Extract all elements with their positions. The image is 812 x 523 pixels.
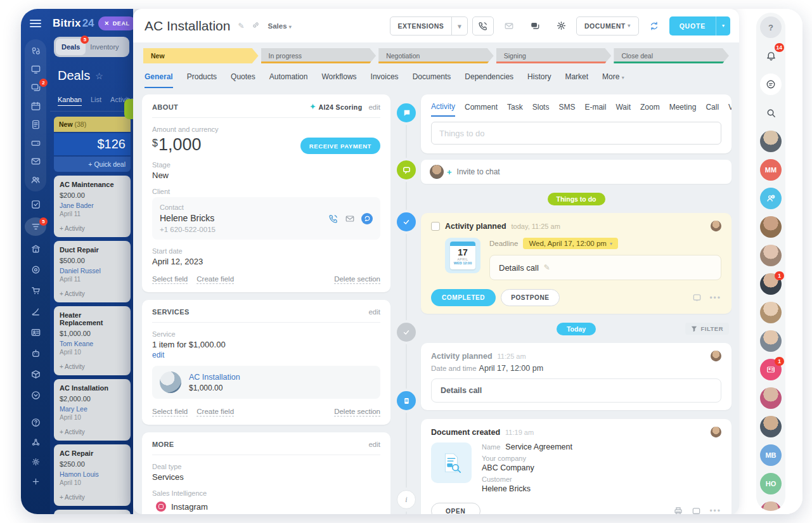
deal-card-add-activity[interactable]: + Activity bbox=[60, 429, 125, 436]
edit-title-icon[interactable]: ✎ bbox=[238, 22, 244, 30]
settings-gear-icon[interactable] bbox=[25, 453, 46, 471]
menu-icon[interactable] bbox=[30, 18, 41, 29]
product-row[interactable]: AC Installation $1,000.00 bbox=[152, 366, 380, 399]
contact-card-icon[interactable] bbox=[25, 323, 46, 342]
extensions-button[interactable]: EXTENSIONS ▾ bbox=[390, 16, 468, 36]
email-button[interactable] bbox=[498, 16, 520, 36]
ai24-scoring-button[interactable]: ✦AI24 Scoring bbox=[310, 103, 363, 111]
doc-name-value[interactable]: Service Agreement bbox=[505, 442, 572, 451]
client-contact-card[interactable]: Contact Helene Bricks +1 620-522-0015 bbox=[152, 197, 380, 240]
chat-button[interactable] bbox=[524, 16, 546, 36]
messenger-icon[interactable]: 2 bbox=[25, 79, 46, 97]
tab-history[interactable]: History bbox=[527, 72, 551, 88]
avatar[interactable] bbox=[711, 427, 721, 437]
tab-slots[interactable]: Slots bbox=[532, 103, 550, 116]
desktop-icon[interactable] bbox=[25, 60, 46, 79]
calendar-icon[interactable] bbox=[25, 97, 46, 115]
avatar[interactable] bbox=[760, 302, 782, 323]
sales-intel-value[interactable]: Instagram bbox=[152, 499, 380, 514]
drive-icon[interactable] bbox=[25, 134, 46, 152]
stage-signing[interactable]: Signing bbox=[496, 48, 612, 63]
deal-card-person[interactable]: Daniel Russel bbox=[60, 267, 125, 274]
view-tab-kanban[interactable]: Kanban bbox=[58, 96, 82, 106]
tab-meeting[interactable]: Meeting bbox=[669, 103, 697, 116]
create-field-link[interactable]: Create field bbox=[197, 408, 234, 416]
deal-card[interactable]: AC Maintenance $200.00 Jane Bader April … bbox=[54, 176, 131, 237]
tab-wait[interactable]: Wait bbox=[615, 103, 631, 116]
invite-to-chat-row[interactable]: + Invite to chat bbox=[421, 160, 731, 184]
product-name-link[interactable]: AC Installation bbox=[189, 373, 240, 382]
stage-negotiation[interactable]: Negotiation bbox=[378, 48, 494, 63]
tab-products[interactable]: Products bbox=[187, 72, 217, 88]
status-person-icon[interactable] bbox=[760, 188, 782, 209]
today-pill[interactable]: Today bbox=[557, 323, 596, 335]
document-thumbnail[interactable] bbox=[431, 442, 472, 483]
avatar[interactable] bbox=[760, 216, 782, 238]
deal-card[interactable]: AC Installation $2,000.00 Mary Lee April… bbox=[54, 379, 131, 441]
add-deal-button[interactable] bbox=[124, 99, 133, 119]
settings-gear-button[interactable] bbox=[550, 16, 572, 36]
avatar[interactable] bbox=[760, 245, 782, 266]
deal-card-person[interactable]: Mary Lee bbox=[60, 405, 125, 413]
more-circle-icon[interactable] bbox=[25, 386, 46, 404]
tab-quotes[interactable]: Quotes bbox=[231, 72, 255, 88]
tab-documents[interactable]: Documents bbox=[413, 72, 451, 88]
kanban-column-header[interactable]: New (38) bbox=[54, 117, 131, 132]
avatar[interactable] bbox=[711, 351, 721, 361]
collab-icon[interactable] bbox=[25, 42, 46, 60]
select-field-link[interactable]: Select field bbox=[152, 408, 188, 416]
teams-icon[interactable] bbox=[25, 171, 46, 189]
help-button[interactable]: ? bbox=[760, 16, 782, 38]
feed-icon[interactable] bbox=[760, 74, 782, 95]
stage-new[interactable]: New bbox=[143, 48, 259, 63]
email-icon[interactable] bbox=[345, 214, 355, 224]
tab-task[interactable]: Task bbox=[507, 103, 523, 116]
documents-icon[interactable] bbox=[25, 115, 46, 134]
deal-card-person[interactable]: Tom Keane bbox=[60, 340, 125, 347]
filter-button[interactable]: FILTER bbox=[685, 323, 729, 335]
tab-sms[interactable]: SMS bbox=[558, 103, 575, 116]
note-icon[interactable] bbox=[692, 293, 702, 302]
search-icon[interactable] bbox=[760, 102, 782, 124]
tab-dependencies[interactable]: Dependencies bbox=[465, 72, 513, 88]
crm-icon[interactable]: 5 bbox=[25, 217, 46, 236]
tab-more[interactable]: More ▾ bbox=[602, 72, 624, 88]
activity-checkbox[interactable] bbox=[431, 222, 440, 231]
contact-name[interactable]: Helene Bricks bbox=[160, 213, 216, 223]
avatar[interactable] bbox=[711, 221, 721, 231]
notifications-bell-icon[interactable]: 14 bbox=[760, 45, 782, 67]
tab-email[interactable]: E-mail bbox=[584, 103, 606, 116]
tab-automation[interactable]: Automation bbox=[269, 72, 308, 88]
tab-workflows[interactable]: Workflows bbox=[321, 72, 356, 88]
tab-visit[interactable]: Visit bbox=[728, 103, 731, 116]
tab-market[interactable]: Market bbox=[565, 72, 588, 88]
deal-slider-pill[interactable]: ✕ DEAL bbox=[98, 16, 133, 30]
phone-icon[interactable] bbox=[328, 214, 338, 224]
tab-call[interactable]: Call bbox=[706, 103, 719, 116]
avatar[interactable] bbox=[760, 387, 782, 409]
company-icon[interactable] bbox=[25, 240, 46, 258]
tab-general[interactable]: General bbox=[145, 72, 173, 88]
select-field-link[interactable]: Select field bbox=[152, 275, 188, 284]
delete-section-link[interactable]: Delete section bbox=[334, 408, 380, 416]
call-button[interactable] bbox=[472, 16, 494, 36]
tab-invoices[interactable]: Invoices bbox=[371, 72, 399, 88]
extensions-dropdown-icon[interactable]: ▾ bbox=[451, 17, 467, 35]
open-document-button[interactable]: OPEN bbox=[431, 503, 480, 514]
completed-button[interactable]: COMPLETED bbox=[431, 289, 496, 306]
avatar[interactable] bbox=[760, 131, 782, 152]
tab-zoom[interactable]: Zoom bbox=[640, 103, 660, 116]
more-actions-icon[interactable]: ••• bbox=[709, 294, 721, 302]
pipeline-selector[interactable]: Sales ▾ bbox=[267, 22, 291, 30]
stage-in-progress[interactable]: In progress bbox=[261, 48, 377, 63]
document-button[interactable]: DOCUMENT ▾ bbox=[576, 16, 639, 36]
quote-dropdown-icon[interactable]: ▾ bbox=[716, 16, 730, 36]
favorite-star-icon[interactable]: ☆ bbox=[95, 71, 103, 81]
stage-value[interactable]: New bbox=[152, 171, 380, 180]
deal-card[interactable]: AC Repair $250.00 Hamon Louis April 10 +… bbox=[54, 444, 131, 506]
avatar-initials[interactable]: MB bbox=[760, 444, 782, 466]
more-edit-link[interactable]: edit bbox=[368, 441, 380, 448]
network-icon[interactable] bbox=[25, 433, 46, 451]
deal-card-person[interactable]: Hamon Louis bbox=[60, 470, 125, 478]
deal-card-add-activity[interactable]: + Activity bbox=[60, 363, 125, 370]
